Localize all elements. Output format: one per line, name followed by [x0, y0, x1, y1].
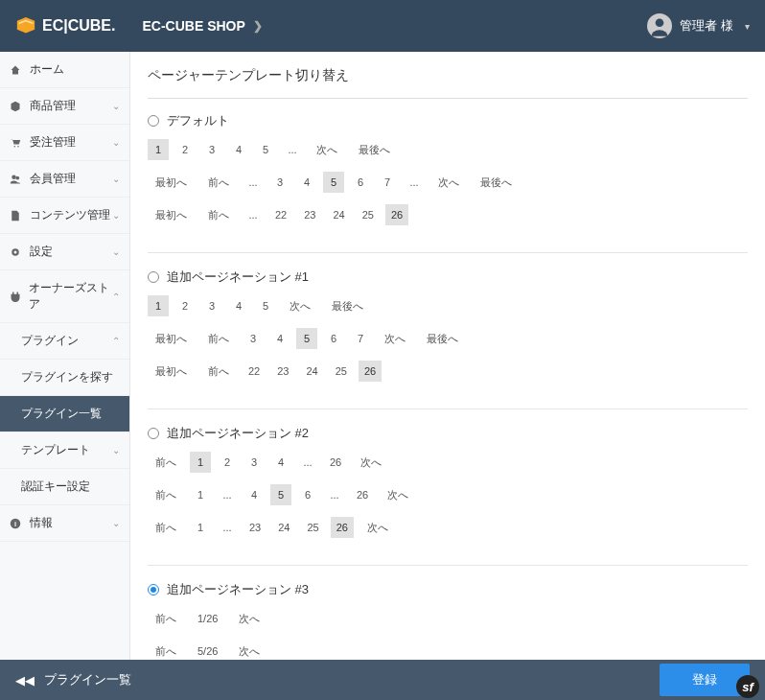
- pager-item[interactable]: 最後へ: [351, 139, 398, 160]
- block-head[interactable]: デフォルト: [148, 112, 748, 129]
- sidebar-item[interactable]: 設定⌄: [0, 234, 129, 270]
- pager-item[interactable]: 次へ: [309, 139, 345, 160]
- pager-item[interactable]: 次へ: [377, 328, 413, 349]
- pager-item[interactable]: ...: [243, 172, 264, 193]
- sidebar-subitem[interactable]: プラグインを探す: [0, 360, 129, 396]
- sidebar-item[interactable]: 商品管理⌄: [0, 88, 129, 125]
- sidebar-subitem[interactable]: テンプレート⌄: [0, 432, 129, 469]
- pager-item[interactable]: 前へ: [148, 517, 184, 538]
- pager-item[interactable]: 前へ: [148, 484, 184, 505]
- pager-item[interactable]: 1: [148, 295, 169, 316]
- pager-item[interactable]: 24: [272, 517, 295, 538]
- back-button[interactable]: ◀◀ プラグイン一覧: [15, 671, 131, 688]
- pager-item[interactable]: 26: [324, 452, 347, 473]
- pager-item[interactable]: 2: [174, 139, 196, 160]
- radio-button[interactable]: [148, 584, 159, 595]
- pager-item[interactable]: 前へ: [148, 641, 184, 660]
- pager-item[interactable]: ...: [404, 172, 425, 193]
- radio-button[interactable]: [148, 271, 159, 283]
- sidebar-item[interactable]: 会員管理⌄: [0, 161, 129, 198]
- pager-item[interactable]: 26: [351, 484, 374, 505]
- submit-button[interactable]: 登録: [660, 664, 750, 696]
- pager-item[interactable]: ...: [217, 517, 238, 538]
- pager-item[interactable]: 25: [330, 361, 353, 382]
- sidebar-item[interactable]: ホーム: [0, 52, 129, 88]
- pager-item[interactable]: 1: [190, 452, 211, 473]
- sidebar-subitem[interactable]: 認証キー設定: [0, 469, 129, 505]
- pager-item[interactable]: 前へ: [200, 204, 237, 225]
- sidebar-subitem[interactable]: プラグイン⌃: [0, 323, 129, 360]
- pager-item[interactable]: 7: [377, 172, 398, 193]
- pager-item[interactable]: 前へ: [148, 608, 184, 629]
- symfony-badge-icon[interactable]: sf: [736, 675, 759, 698]
- pager-item[interactable]: 1: [148, 139, 169, 160]
- pager-item[interactable]: 5: [323, 172, 344, 193]
- pager-item[interactable]: 最初へ: [148, 328, 195, 349]
- pager-item[interactable]: 24: [328, 204, 351, 225]
- pager-item[interactable]: ...: [243, 204, 264, 225]
- pager-item[interactable]: 25: [357, 204, 380, 225]
- radio-button[interactable]: [148, 115, 159, 127]
- pager-item[interactable]: 23: [298, 204, 321, 225]
- pager-item[interactable]: ...: [217, 484, 238, 505]
- shop-name-link[interactable]: EC-CUBE SHOP ❯: [142, 18, 262, 34]
- pager-item[interactable]: 次へ: [231, 641, 267, 660]
- pager-item[interactable]: 23: [271, 361, 294, 382]
- block-head[interactable]: 追加ページネーション #3: [148, 581, 748, 598]
- pager-item[interactable]: 前へ: [200, 328, 237, 349]
- pager-item[interactable]: 前へ: [200, 172, 237, 193]
- pager-item[interactable]: 4: [228, 295, 249, 316]
- pager-item[interactable]: 4: [243, 484, 265, 505]
- pager-item[interactable]: 3: [201, 139, 222, 160]
- pager-item[interactable]: 次へ: [380, 484, 416, 505]
- pager-item[interactable]: 次へ: [430, 172, 467, 193]
- pager-item[interactable]: 4: [269, 328, 290, 349]
- pager-item[interactable]: 5/26: [190, 641, 225, 660]
- radio-button[interactable]: [148, 428, 159, 439]
- pager-item[interactable]: 6: [323, 328, 344, 349]
- pager-item[interactable]: 24: [301, 361, 324, 382]
- pager-item[interactable]: 最初へ: [148, 361, 195, 382]
- pager-item[interactable]: 前へ: [148, 452, 184, 473]
- pager-item[interactable]: 1: [190, 484, 211, 505]
- pager-item[interactable]: 22: [243, 361, 266, 382]
- pager-item[interactable]: 7: [350, 328, 371, 349]
- pager-item[interactable]: 5: [255, 139, 276, 160]
- pager-item[interactable]: ...: [282, 139, 303, 160]
- pager-item[interactable]: 3: [269, 172, 290, 193]
- pager-item[interactable]: 2: [174, 295, 196, 316]
- pager-item[interactable]: 23: [243, 517, 267, 538]
- block-head[interactable]: 追加ページネーション #2: [148, 425, 748, 442]
- pager-item[interactable]: ...: [297, 452, 318, 473]
- pager-item[interactable]: 次へ: [282, 295, 318, 316]
- pager-item[interactable]: ...: [324, 484, 345, 505]
- pager-item[interactable]: 前へ: [200, 361, 237, 382]
- sidebar-item[interactable]: i情報⌄: [0, 505, 129, 542]
- sidebar-item[interactable]: コンテンツ管理⌄: [0, 198, 129, 234]
- sidebar-subitem[interactable]: プラグイン一覧: [0, 396, 129, 432]
- pager-item[interactable]: 最初へ: [148, 172, 195, 193]
- pager-item[interactable]: 26: [331, 517, 354, 538]
- header-user[interactable]: 管理者 様 ▾: [647, 13, 750, 38]
- pager-item[interactable]: 1/26: [190, 608, 225, 629]
- sidebar-item[interactable]: 受注管理⌄: [0, 125, 129, 161]
- pager-item[interactable]: 5: [255, 295, 276, 316]
- pager-item[interactable]: 6: [297, 484, 318, 505]
- pager-item[interactable]: 最初へ: [148, 204, 195, 225]
- pager-item[interactable]: 3: [201, 295, 222, 316]
- pager-item[interactable]: 3: [243, 452, 265, 473]
- pager-item[interactable]: 最後へ: [419, 328, 466, 349]
- block-head[interactable]: 追加ページネーション #1: [148, 268, 748, 286]
- pager-item[interactable]: 次へ: [359, 517, 396, 538]
- pager-item[interactable]: 次へ: [231, 608, 267, 629]
- pager-item[interactable]: 4: [270, 452, 291, 473]
- pager-item[interactable]: 1: [190, 517, 211, 538]
- sidebar-item[interactable]: オーナーズストア⌃: [0, 270, 129, 323]
- pager-item[interactable]: 22: [269, 204, 292, 225]
- pager-item[interactable]: 4: [228, 139, 249, 160]
- pager-item[interactable]: 26: [385, 204, 408, 225]
- pager-item[interactable]: 最後へ: [324, 295, 371, 316]
- pager-item[interactable]: 5: [296, 328, 317, 349]
- pager-item[interactable]: 2: [217, 452, 238, 473]
- pager-item[interactable]: 4: [296, 172, 317, 193]
